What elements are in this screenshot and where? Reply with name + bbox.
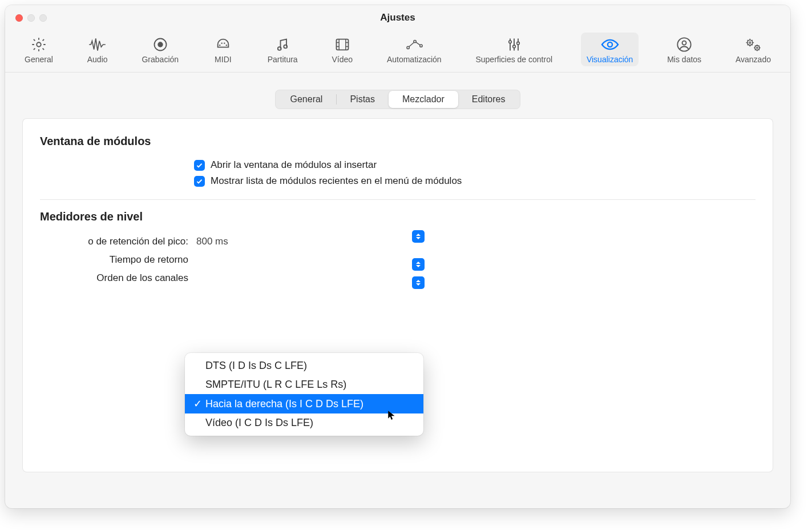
person-circle-icon (674, 36, 694, 53)
eye-icon (600, 36, 620, 53)
checkbox-open-plugin-window[interactable] (194, 160, 205, 171)
svg-point-16 (608, 42, 612, 47)
automation-icon (404, 36, 425, 53)
tab-label: Mis datos (667, 55, 701, 64)
tab-label: Automatización (387, 55, 442, 64)
checkbox-row-open-plugin-window: Abrir la ventana de módulos al insertar (23, 157, 773, 173)
option-label: Hacia la derecha (Is I C D Ds LFE) (205, 398, 363, 410)
row-tiempo-retorno: Tiempo de retorno (23, 251, 773, 269)
tab-label: Audio (87, 55, 108, 64)
tab-label: General (25, 55, 53, 64)
tab-superficies-control[interactable]: Superficies de control (470, 33, 558, 66)
tab-general[interactable]: General (19, 33, 59, 66)
tab-audio[interactable]: Audio (82, 33, 114, 66)
tab-automatizacion[interactable]: Automatización (381, 33, 447, 66)
dropdown-menu-orden-canales: DTS (I D Is Ds C LFE) SMPTE/ITU (L R C L… (185, 353, 423, 436)
tab-grabacion[interactable]: Grabación (136, 33, 184, 66)
section-title-ventana-modulos: Ventana de módulos (23, 135, 773, 157)
record-icon (150, 36, 171, 53)
segment-editores[interactable]: Editores (458, 91, 519, 108)
label-retencion-pico: o de retención del pico: (40, 236, 188, 247)
film-icon (332, 36, 353, 53)
svg-point-18 (682, 41, 686, 45)
row-retencion-pico: o de retención del pico: 800 ms (23, 232, 773, 251)
row-orden-canales: Orden de los canales (23, 269, 773, 287)
svg-point-7 (278, 47, 281, 50)
titlebar: Ajustes (5, 5, 790, 30)
svg-point-21 (755, 46, 760, 50)
content-area: General Pistas Mezclador Editores Ventan… (5, 73, 790, 489)
dropdown-option-hacia-derecha[interactable]: ✓ Hacia la derecha (Is I C D Ds LFE) (185, 394, 423, 413)
svg-point-13 (508, 41, 511, 43)
svg-point-12 (420, 45, 422, 47)
svg-point-15 (516, 42, 519, 45)
svg-point-8 (284, 45, 288, 49)
segment-pistas[interactable]: Pistas (336, 91, 389, 108)
option-label: DTS (I D Is Ds C LFE) (205, 360, 307, 372)
tab-label: Visualización (587, 55, 633, 64)
tab-mis-datos[interactable]: Mis datos (661, 33, 707, 66)
svg-point-2 (157, 42, 163, 47)
svg-point-5 (224, 43, 225, 44)
dropdown-option-video[interactable]: Vídeo (I C D Is Ds LFE) (185, 413, 423, 432)
settings-panel: Ventana de módulos Abrir la ventana de m… (22, 118, 773, 472)
dropdown-tiempo-retorno[interactable] (412, 258, 425, 271)
tab-visualizacion[interactable]: Visualización (581, 33, 639, 66)
tab-avanzado[interactable]: Avanzado (730, 33, 777, 66)
dropdown-retencion-pico[interactable] (412, 230, 425, 243)
label-orden-canales: Orden de los canales (40, 272, 188, 284)
checkbox-show-recent-plugins[interactable] (194, 176, 205, 187)
dropdown-orden-canales[interactable] (412, 276, 425, 289)
svg-point-22 (757, 47, 758, 49)
svg-point-14 (512, 45, 515, 48)
divider (40, 199, 756, 200)
tab-label: Avanzado (736, 55, 771, 64)
gears-icon (743, 36, 763, 53)
tab-midi[interactable]: MIDI (207, 33, 239, 66)
tab-video[interactable]: Vídeo (326, 33, 358, 66)
dropdown-option-dts[interactable]: DTS (I D Is Ds C LFE) (185, 356, 423, 375)
svg-point-4 (221, 43, 222, 44)
svg-point-20 (749, 42, 751, 43)
svg-point-6 (226, 45, 227, 46)
tab-partitura[interactable]: Partitura (262, 33, 304, 66)
preferences-toolbar: General Audio Grabación MIDI Partitura (5, 30, 790, 73)
tab-label: Vídeo (332, 55, 353, 64)
segmented-control: General Pistas Mezclador Editores (275, 90, 520, 109)
check-icon: ✓ (193, 398, 202, 410)
settings-window: Ajustes General Audio Grabación MIDI (5, 5, 790, 508)
sliders-icon (504, 36, 524, 53)
tab-label: Grabación (142, 55, 179, 64)
checkbox-label: Abrir la ventana de módulos al insertar (211, 159, 377, 171)
music-note-icon (272, 36, 293, 53)
segment-general[interactable]: General (276, 91, 336, 108)
midi-icon (213, 36, 233, 53)
window-title: Ajustes (5, 12, 790, 23)
svg-point-10 (407, 46, 409, 49)
tab-label: Partitura (268, 55, 298, 64)
svg-point-3 (219, 45, 220, 46)
gear-icon (29, 36, 49, 53)
option-label: SMPTE/ITU (L R C LFE Ls Rs) (205, 379, 346, 391)
tab-label: MIDI (215, 55, 232, 64)
section-title-medidores: Medidores de nivel (23, 210, 773, 232)
label-tiempo-retorno: Tiempo de retorno (40, 254, 188, 266)
dropdown-option-smpte[interactable]: SMPTE/ITU (L R C LFE Ls Rs) (185, 375, 423, 394)
checkbox-row-show-recent-plugins: Mostrar lista de módulos recientes en el… (23, 173, 773, 189)
waveform-icon (87, 36, 108, 53)
svg-point-0 (37, 42, 41, 46)
tab-label: Superficies de control (475, 55, 552, 64)
checkbox-label: Mostrar lista de módulos recientes en el… (211, 175, 462, 187)
value-retencion-pico: 800 ms (196, 236, 228, 247)
segment-mezclador[interactable]: Mezclador (389, 91, 458, 108)
svg-point-11 (414, 40, 416, 42)
svg-rect-9 (336, 39, 348, 50)
option-label: Vídeo (I C D Is Ds LFE) (205, 417, 313, 429)
